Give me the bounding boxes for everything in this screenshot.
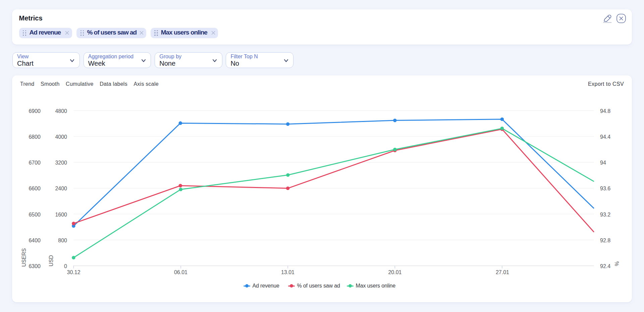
svg-text:94.8: 94.8 [600,108,610,114]
svg-text:94.4: 94.4 [600,134,610,140]
svg-text:4000: 4000 [55,134,67,140]
svg-text:6800: 6800 [29,134,41,140]
svg-text:%: % [614,261,620,266]
svg-text:6600: 6600 [29,186,41,191]
svg-text:93.6: 93.6 [600,186,610,191]
svg-text:6300: 6300 [29,263,41,269]
svg-text:800: 800 [58,238,67,243]
svg-text:USERS: USERS [21,248,27,267]
svg-text:06.01: 06.01 [174,269,187,275]
svg-text:92.4: 92.4 [600,263,610,269]
svg-text:4800: 4800 [55,108,67,114]
svg-text:0: 0 [64,263,67,269]
svg-text:20.01: 20.01 [388,269,401,275]
svg-text:6900: 6900 [29,108,41,114]
svg-text:2400: 2400 [55,186,67,191]
svg-text:1600: 1600 [55,212,67,217]
svg-text:92.8: 92.8 [600,238,610,243]
svg-text:94: 94 [600,160,606,166]
svg-text:6700: 6700 [29,160,41,166]
svg-text:27.01: 27.01 [496,269,509,275]
svg-text:93.2: 93.2 [600,212,610,217]
svg-text:6500: 6500 [29,212,41,217]
svg-text:30.12: 30.12 [67,269,80,275]
svg-text:6400: 6400 [29,238,41,243]
svg-text:3200: 3200 [55,160,67,166]
svg-text:13.01: 13.01 [281,269,294,275]
svg-text:USD: USD [48,255,54,266]
